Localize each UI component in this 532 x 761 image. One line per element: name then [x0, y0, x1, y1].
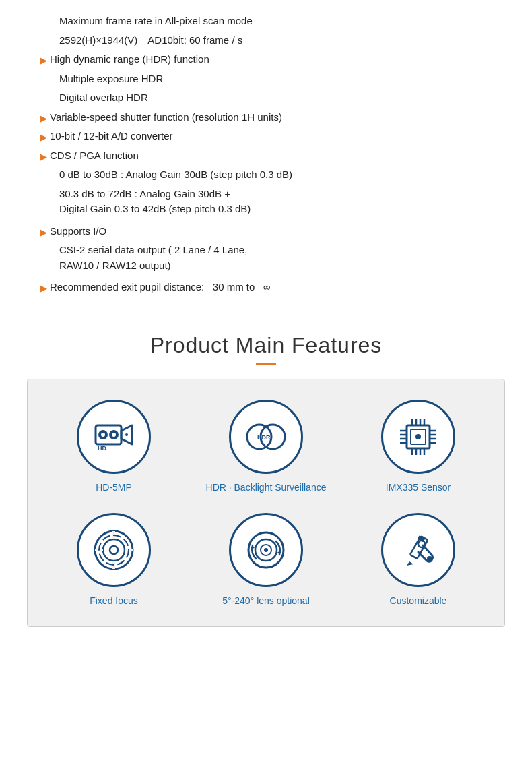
bullet-icon: ▶: [40, 131, 47, 144]
spec-text: 2592(H)×1944(V) AD10bit: 60 frame / s: [59, 33, 492, 49]
spec-text: Multiple exposure HDR: [59, 71, 492, 87]
svg-point-7: [125, 433, 128, 436]
spec-line: ▶ Supports I/O: [40, 224, 492, 239]
title-underline: [256, 363, 276, 365]
features-box: HD HD-5MP HDR: [27, 379, 505, 627]
spec-line: Maximum frame rate in All-pixel scan mod…: [40, 13, 492, 29]
svg-point-43: [264, 548, 268, 552]
feature-label-fixed-focus: Fixed focus: [90, 595, 138, 606]
lens-icon: [242, 526, 290, 574]
spec-text: CSI-2 serial data output ( 2 Lane / 4 La…: [59, 243, 492, 273]
svg-text:HDR: HDR: [257, 434, 271, 441]
feature-item-hdr: HDR HDR · Backlight Surveillance: [193, 400, 339, 493]
svg-point-47: [418, 541, 425, 547]
feature-icon-hd5mp: HD: [77, 400, 151, 474]
feature-item-imx335: IMX335 Sensor: [345, 400, 491, 493]
spec-line: Multiple exposure HDR: [40, 71, 492, 87]
feature-item-fixed-focus: Fixed focus: [41, 513, 187, 606]
feature-item-lens: 5°-240° lens optional: [193, 513, 339, 606]
spec-line: Digital overlap HDR: [40, 90, 492, 106]
spec-text: Maximum frame rate in All-pixel scan mod…: [59, 13, 492, 29]
svg-point-29: [415, 434, 421, 439]
hdr-icon: HDR: [242, 413, 290, 460]
svg-marker-41: [277, 551, 281, 555]
bullet-icon: ▶: [40, 226, 47, 239]
spec-line: ▶ 10-bit / 12-bit A/D converter: [40, 129, 492, 144]
feature-icon-fixed-focus: [77, 513, 151, 587]
svg-point-5: [112, 433, 116, 437]
bullet-icon: ▶: [40, 112, 47, 125]
feature-icon-custom: [381, 513, 455, 587]
bullet-icon: ▶: [40, 282, 47, 295]
spec-text: 10-bit / 12-bit A/D converter: [50, 129, 492, 144]
feature-label-imx335: IMX335 Sensor: [386, 482, 451, 493]
spec-text: 30.3 dB to 72dB : Analog Gain 30dB +Digi…: [59, 187, 492, 217]
svg-point-48: [427, 556, 432, 561]
spec-line: CSI-2 serial data output ( 2 Lane / 4 La…: [40, 243, 492, 273]
svg-marker-45: [407, 561, 413, 566]
feature-item-hd5mp: HD HD-5MP: [41, 400, 187, 493]
feature-icon-hdr: HDR: [229, 400, 303, 474]
feature-item-custom: Customizable: [345, 513, 491, 606]
spec-line: 30.3 dB to 72dB : Analog Gain 30dB +Digi…: [40, 187, 492, 217]
spec-line: 2592(H)×1944(V) AD10bit: 60 frame / s: [40, 33, 492, 49]
svg-point-32: [110, 546, 118, 554]
spec-text: 0 dB to 30dB : Analog Gain 30dB (step pi…: [59, 167, 492, 183]
specs-section: Maximum frame rate in All-pixel scan mod…: [0, 0, 532, 319]
spec-text: High dynamic range (HDR) function: [50, 52, 492, 67]
feature-label-hd5mp: HD-5MP: [96, 482, 132, 493]
product-features-section: Product Main Features HD: [0, 319, 532, 647]
spec-line: ▶ CDS / PGA function: [40, 148, 492, 164]
spec-line: ▶ Variable-speed shutter function (resol…: [40, 110, 492, 125]
feature-icon-lens: [229, 513, 303, 587]
feature-label-lens: 5°-240° lens optional: [222, 595, 310, 606]
section-title: Product Main Features: [27, 333, 505, 358]
bullet-icon: ▶: [40, 150, 47, 164]
hd5mp-icon: HD: [90, 413, 137, 460]
features-grid: HD HD-5MP HDR: [41, 400, 491, 606]
bullet-icon: ▶: [40, 54, 47, 67]
spec-text: Variable-speed shutter function (resolut…: [50, 110, 492, 125]
spec-text: CDS / PGA function: [50, 148, 492, 164]
chip-icon: [395, 413, 442, 460]
svg-point-31: [103, 539, 125, 561]
focus-icon: [90, 526, 137, 574]
feature-label-custom: Customizable: [390, 595, 447, 606]
spec-text: Supports I/O: [50, 224, 492, 239]
feature-icon-imx335: [381, 400, 455, 474]
spec-line: ▶ High dynamic range (HDR) function: [40, 52, 492, 67]
svg-point-4: [101, 433, 105, 437]
svg-text:HD: HD: [98, 445, 106, 452]
custom-icon: [395, 526, 442, 574]
feature-label-hdr: HDR · Backlight Surveillance: [206, 482, 327, 493]
spec-line: 0 dB to 30dB : Analog Gain 30dB (step pi…: [40, 167, 492, 183]
spec-line: ▶ Recommended exit pupil distance: –30 m…: [40, 280, 492, 295]
svg-marker-42: [251, 545, 255, 549]
spec-text: Recommended exit pupil distance: –30 mm …: [50, 280, 492, 295]
spec-text: Digital overlap HDR: [59, 90, 492, 106]
